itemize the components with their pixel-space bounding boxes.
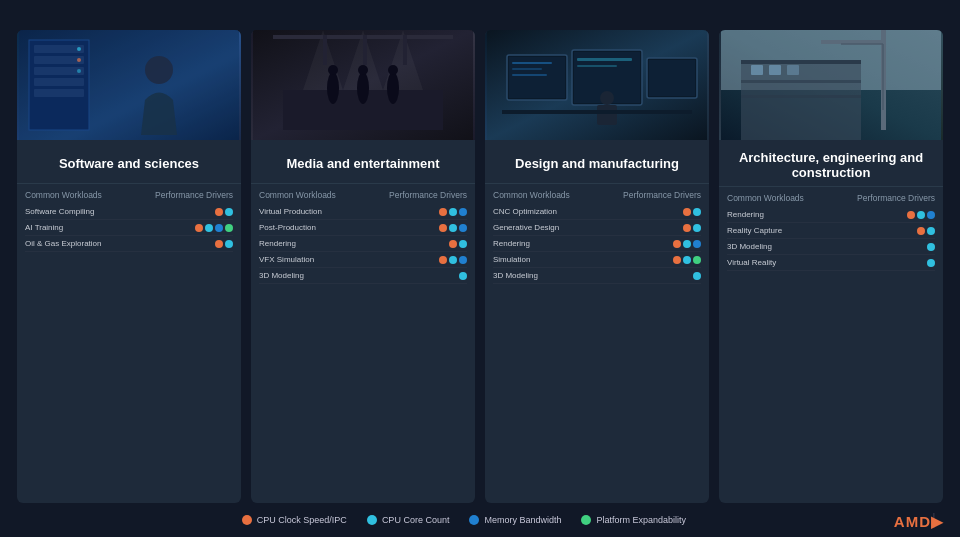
card-software-sciences: Software and sciencesCommon WorkloadsPer… — [17, 30, 241, 503]
workload-name: Simulation — [493, 255, 673, 264]
legend-item-mem-bandwidth: Memory Bandwidth — [469, 515, 561, 525]
dot-orange — [215, 208, 223, 216]
svg-rect-12 — [19, 30, 239, 140]
dot-cyan — [693, 208, 701, 216]
workload-name: VFX Simulation — [259, 255, 439, 264]
dot-orange — [439, 208, 447, 216]
workload-name: Oil & Gas Exploration — [25, 239, 215, 248]
workload-row: 3D Modeling — [259, 268, 467, 284]
legend-dot-platform-expand — [581, 515, 591, 525]
dot-orange — [215, 240, 223, 248]
svg-rect-58 — [787, 65, 799, 75]
dot-blue — [459, 256, 467, 264]
svg-rect-27 — [363, 35, 367, 65]
svg-rect-56 — [751, 65, 763, 75]
workload-dots — [215, 240, 233, 248]
workload-name: 3D Modeling — [259, 271, 459, 280]
workload-name: Rendering — [727, 210, 907, 219]
workload-row: Virtual Reality — [727, 255, 935, 271]
svg-rect-41 — [577, 65, 617, 67]
workload-dots — [195, 224, 233, 232]
legend-wrapper: CPU Clock Speed/IPCCPU Core CountMemory … — [20, 515, 908, 525]
workload-name: AI Training — [25, 223, 195, 232]
workload-row: CNC Optimization — [493, 204, 701, 220]
dot-orange — [907, 211, 915, 219]
card-image-software-sciences — [17, 30, 241, 140]
dot-cyan — [459, 240, 467, 248]
cards-container: Software and sciencesCommon WorkloadsPer… — [0, 30, 960, 503]
workload-name: Virtual Production — [259, 207, 439, 216]
card-media-entertainment: Media and entertainmentCommon WorkloadsP… — [251, 30, 475, 503]
dot-green — [693, 256, 701, 264]
legend-dot-cpu-core — [367, 515, 377, 525]
card-content-design-manufacturing: Common WorkloadsPerformance DriversCNC O… — [485, 184, 709, 503]
col-header-drivers: Performance Drivers — [155, 190, 233, 200]
svg-rect-26 — [323, 35, 327, 65]
svg-rect-37 — [512, 62, 552, 64]
workload-row: Simulation — [493, 252, 701, 268]
card-title-software-sciences: Software and sciences — [17, 140, 241, 184]
dot-orange — [683, 208, 691, 216]
dot-cyan — [693, 272, 701, 280]
workload-row: Reality Capture — [727, 223, 935, 239]
legend-dot-cpu-clock — [242, 515, 252, 525]
dot-orange — [917, 227, 925, 235]
svg-rect-53 — [741, 60, 861, 64]
card-title-architecture-engineering: Architecture, engineering and constructi… — [719, 140, 943, 187]
workload-name: Generative Design — [493, 223, 683, 232]
dot-cyan — [449, 208, 457, 216]
workload-dots — [673, 240, 701, 248]
workload-row: Oil & Gas Exploration — [25, 236, 233, 252]
card-content-software-sciences: Common WorkloadsPerformance DriversSoftw… — [17, 184, 241, 503]
svg-rect-40 — [577, 58, 632, 61]
svg-point-20 — [328, 65, 338, 75]
card-image-architecture-engineering — [719, 30, 943, 140]
workload-row: VFX Simulation — [259, 252, 467, 268]
dot-blue — [693, 240, 701, 248]
workload-row: Virtual Production — [259, 204, 467, 220]
svg-point-42 — [600, 91, 614, 105]
svg-rect-44 — [502, 110, 692, 114]
legend-label-platform-expand: Platform Expandability — [596, 515, 686, 525]
dot-orange — [673, 256, 681, 264]
dot-cyan — [459, 272, 467, 280]
legend-label-mem-bandwidth: Memory Bandwidth — [484, 515, 561, 525]
workload-row: Generative Design — [493, 220, 701, 236]
dot-orange — [195, 224, 203, 232]
workload-dots — [907, 211, 935, 219]
col-header-drivers: Performance Drivers — [389, 190, 467, 200]
workload-row: AI Training — [25, 220, 233, 236]
footer: CPU Clock Speed/IPCCPU Core CountMemory … — [0, 503, 960, 537]
svg-rect-54 — [741, 80, 861, 83]
legend-item-cpu-clock: CPU Clock Speed/IPC — [242, 515, 347, 525]
svg-point-24 — [388, 65, 398, 75]
svg-rect-39 — [512, 74, 547, 76]
col-header-drivers: Performance Drivers — [857, 193, 935, 203]
workload-row: Software Compiling — [25, 204, 233, 220]
dot-cyan — [683, 256, 691, 264]
slide: Software and sciencesCommon WorkloadsPer… — [0, 0, 960, 537]
card-image-design-manufacturing — [485, 30, 709, 140]
workload-name: CNC Optimization — [493, 207, 683, 216]
workload-dots — [927, 243, 935, 251]
card-design-manufacturing: Design and manufacturingCommon Workloads… — [485, 30, 709, 503]
dot-orange — [683, 224, 691, 232]
dot-cyan — [225, 240, 233, 248]
workload-name: Rendering — [493, 239, 673, 248]
legend-label-cpu-clock: CPU Clock Speed/IPC — [257, 515, 347, 525]
workload-dots — [917, 227, 935, 235]
dot-blue — [459, 224, 467, 232]
dot-green — [225, 224, 233, 232]
col-header-drivers: Performance Drivers — [623, 190, 701, 200]
dot-cyan — [693, 224, 701, 232]
card-content-media-entertainment: Common WorkloadsPerformance DriversVirtu… — [251, 184, 475, 503]
col-header-workloads: Common Workloads — [259, 190, 336, 200]
svg-point-21 — [357, 72, 369, 104]
workload-name: Post-Production — [259, 223, 439, 232]
legend-dot-mem-bandwidth — [469, 515, 479, 525]
workload-name: Reality Capture — [727, 226, 917, 235]
dot-cyan — [449, 256, 457, 264]
workload-dots — [673, 256, 701, 264]
workload-name: Rendering — [259, 239, 449, 248]
card-content-architecture-engineering: Common WorkloadsPerformance DriversRende… — [719, 187, 943, 503]
